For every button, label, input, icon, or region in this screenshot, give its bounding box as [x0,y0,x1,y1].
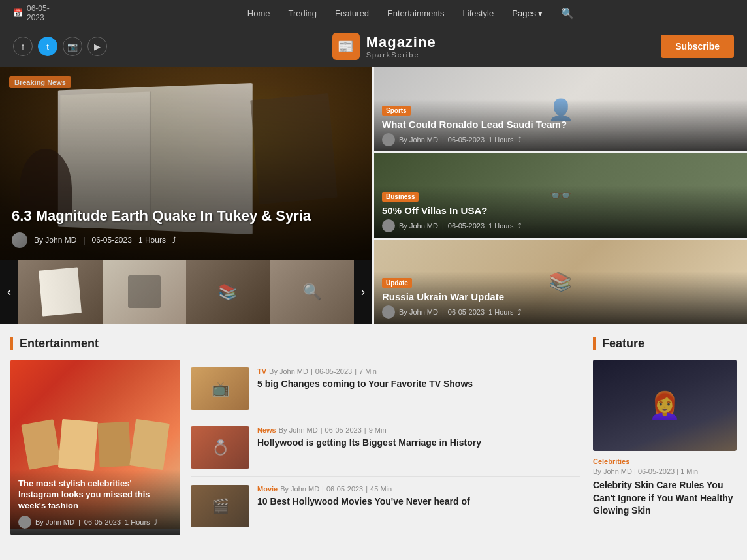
hero-date: 06-05-2023 [91,236,131,245]
article-author-2: By John MD [280,485,319,493]
next-arrow[interactable]: › [354,260,372,324]
hero-card-2[interactable]: 👓 Business 50% Off Villas In USA? By Joh… [374,153,747,238]
facebook-icon[interactable]: f [13,37,33,56]
article-info-1: News By John MD | 06-05-2023 | 9 Min Hol… [257,426,580,449]
search-icon[interactable]: 🔍 [561,7,574,20]
hero-main-image[interactable]: Breaking News 6.3 Magnitude Earth Quake … [0,67,372,260]
nav-trending[interactable]: Treding [288,8,317,18]
art-thumb-bg-2: 🎬 [191,485,249,527]
nav-pages[interactable]: Pages ▾ [512,8,543,18]
card1-time: 1 Hours [488,136,514,144]
card2-category: Business [382,192,419,202]
card2-date: 06-05-2023 [448,222,485,230]
feature-category: Celebrities [593,458,737,465]
card3-title: Russia Ukrain War Update [382,290,739,303]
ent-date: 06-05-2023 [84,518,121,526]
twitter-icon[interactable]: t [38,37,57,56]
card1-overlay: Sports What Could Ronaldo Lead Saudi Tea… [374,99,747,152]
prev-arrow[interactable]: ‹ [0,260,18,324]
top-navbar: 📅 06-05-2023 Home Treding Featured Enter… [0,0,747,26]
article-thumb-2: 🎬 [191,485,249,527]
nav-featured[interactable]: Featured [335,8,369,18]
article-item-2[interactable]: 🎬 Movie By John MD | 06-05-2023 | 45 Min [191,477,580,535]
ent-main-caption: The most stylish celebrities' Instagram … [18,478,172,512]
logo-icon: 📰 [332,33,360,60]
calendar-icon: 📅 [13,8,23,18]
thumb-bg-4: 🔍 [270,260,355,324]
hero-card-1[interactable]: 👤 Sports What Could Ronaldo Lead Saudi T… [374,67,747,151]
card2-title: 50% Off Villas In USA? [382,204,739,217]
entertainment-section: The most stylish celebrities' Instagram … [10,360,580,535]
feature-image[interactable]: 👩‍🦰 [593,360,737,451]
article-list: 📺 TV By John MD | 06-05-2023 | 7 Min [191,360,580,535]
article-title-0: 5 big Changes coming to Your Favorite TV… [257,378,580,390]
card1-share-icon[interactable]: ⤴ [518,136,522,144]
card2-author: By John MD [399,222,438,230]
article-date-2: 06-05-2023 [326,485,363,493]
ent-avatar [18,516,31,529]
card3-overlay: Update Russia Ukrain War Update By John … [374,272,747,324]
hero-author: By John MD [34,236,76,245]
card1-author: By John MD [399,136,438,144]
nav-lifestyle[interactable]: Lifestyle [463,8,494,18]
card1-avatar [382,133,395,146]
article-cat-2: Movie [257,485,278,493]
nav-home[interactable]: Home [247,8,270,18]
ent-time: 1 Hours [125,518,150,526]
card3-meta: By John MD | 06-05-2023 1 Hours ⤴ [382,305,739,319]
thumbnail-strip: ‹ 📚 [0,260,372,324]
hero-card-3[interactable]: 📚 Update Russia Ukrain War Update By Joh… [374,240,747,324]
feature-section: 👩‍🦰 Celebrities By John MD | 06-05-2023 … [593,360,737,518]
thumb-bg-3: 📚 [186,260,270,324]
card1-category: Sports [382,106,411,116]
hero-section: Breaking News 6.3 Magnitude Earth Quake … [0,67,747,324]
ent-share-icon[interactable]: ⤴ [154,518,158,526]
date-area: 📅 06-05-2023 [13,4,61,22]
date-text: 06-05-2023 [27,4,61,22]
hero-content: 6.3 Magnitude Earth Quake In Tukey & Syr… [12,207,311,248]
article-thumb-0: 📺 [191,367,249,410]
share-icon[interactable]: ⤴ [172,236,176,245]
instagram-icon[interactable]: 📷 [63,37,82,56]
entertainment-main-image[interactable]: The most stylish celebrities' Instagram … [10,360,180,535]
logo: 📰 Magazine SparkScribe [332,33,436,60]
card1-title: What Could Ronaldo Lead Saudi Team? [382,118,739,131]
card3-avatar [382,305,395,319]
card3-share-icon[interactable]: ⤴ [518,308,522,316]
article-time-0: 7 Min [359,367,377,375]
feature-title: Celebrity Skin Care Rules You Can't Igno… [593,479,737,518]
social-icons-group: f t 📷 ▶ [13,37,107,56]
thumb-item-3[interactable]: 📚 [186,260,270,324]
feature-bg: 👩‍🦰 [593,360,737,451]
article-meta-2: Movie By John MD | 06-05-2023 | 45 Min [257,485,580,493]
hero-left: Breaking News 6.3 Magnitude Earth Quake … [0,67,372,324]
thumb-item-1[interactable] [18,260,103,324]
art-thumb-bg-1: 💍 [191,426,249,469]
site-header: f t 📷 ▶ 📰 Magazine SparkScribe Subscribe [0,26,747,67]
card2-meta: By John MD | 06-05-2023 1 Hours ⤴ [382,219,739,232]
article-title-2: 10 Best Hollywood Movies You've Never he… [257,495,580,508]
main-nav: Home Treding Featured Entertainments Lif… [87,7,734,20]
hero-right-cards: 👤 Sports What Could Ronaldo Lead Saudi T… [374,67,747,324]
ent-author: By John MD [35,518,74,526]
article-time-2: 45 Min [370,485,392,493]
article-time-1: 9 Min [369,426,387,434]
hero-content-overlay: 6.3 Magnitude Earth Quake In Tukey & Syr… [0,67,372,260]
subscribe-button[interactable]: Subscribe [661,35,734,58]
nav-entertainments[interactable]: Entertainments [387,8,444,18]
article-item-1[interactable]: 💍 News By John MD | 06-05-2023 | 9 Min [191,418,580,477]
feature-meta: By John MD | 06-05-2023 | 1 Min [593,467,737,475]
hero-meta: By John MD | 06-05-2023 1 Hours ⤴ [12,232,311,248]
thumb-item-2[interactable] [103,260,187,324]
article-cat-1: News [257,426,276,434]
article-date-1: 06-05-2023 [325,426,362,434]
logo-text: Magazine SparkScribe [366,34,436,59]
youtube-icon[interactable]: ▶ [87,37,107,56]
card2-share-icon[interactable]: ⤴ [518,222,522,230]
article-item-0[interactable]: 📺 TV By John MD | 06-05-2023 | 7 Min [191,360,580,418]
chevron-down-icon: ▾ [538,8,543,18]
logo-subtitle: SparkScribe [366,51,436,59]
hero-time: 1 Hours [138,236,166,245]
feature-section-title: Feature [593,337,737,350]
thumb-item-4[interactable]: 🔍 [270,260,355,324]
